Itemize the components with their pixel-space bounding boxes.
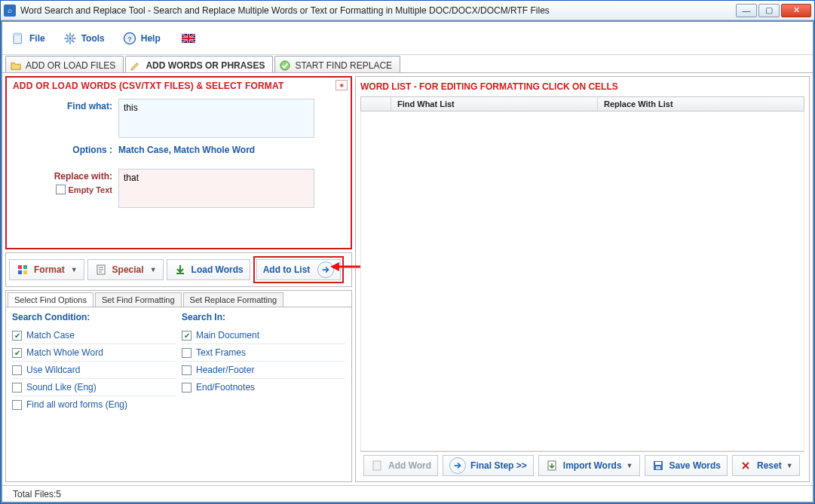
special-label: Special (112, 264, 144, 275)
sound-like-checkbox[interactable] (12, 383, 22, 393)
load-words-button[interactable]: Load Words (167, 259, 250, 280)
add-load-title: ADD OR LOAD WORDS (CSV/TXT FILES) & SELE… (13, 81, 345, 91)
file-label: File (29, 33, 45, 44)
add-to-list-button[interactable]: Add to List (256, 259, 342, 280)
tab-add-words[interactable]: ADD WORDS OR PHRASES (125, 56, 273, 72)
empty-text-checkbox[interactable] (56, 185, 66, 194)
svg-rect-30 (373, 461, 381, 470)
tab-set-find-formatting[interactable]: Set Find Formatting (95, 292, 182, 307)
close-button[interactable]: ✕ (781, 4, 811, 17)
svg-line-10 (66, 41, 67, 42)
edit-icon (130, 60, 141, 71)
word-list-body[interactable] (360, 111, 804, 451)
options-panel: Select Find Options Set Find Formatting … (5, 290, 352, 482)
tab-add-files-label: ADD OR LOAD FILES (26, 60, 115, 71)
reset-button[interactable]: Reset ▼ (732, 455, 800, 476)
help-menu[interactable]: ? Help (120, 30, 164, 47)
palette-icon (16, 263, 29, 276)
svg-line-8 (66, 34, 67, 35)
import-words-button[interactable]: Import Words ▼ (538, 455, 640, 476)
app-icon: ⌕ (4, 5, 16, 17)
svg-rect-23 (23, 270, 27, 274)
tools-menu[interactable]: Tools (60, 30, 108, 47)
svg-rect-18 (182, 37, 195, 38)
text-frames-checkbox[interactable] (182, 348, 191, 358)
gear-icon (63, 32, 77, 45)
help-icon: ? (123, 32, 136, 45)
check-icon (280, 60, 290, 71)
svg-rect-33 (655, 462, 661, 465)
format-label: Format (34, 264, 65, 275)
svg-point-19 (280, 60, 290, 69)
svg-line-11 (72, 34, 74, 35)
options-value: Match Case, Match Whole Word (118, 142, 255, 155)
header-footer-label: Header/Footer (196, 365, 254, 375)
options-label: Options : (13, 142, 118, 155)
wildcard-checkbox[interactable] (12, 365, 22, 375)
tab-select-find-options[interactable]: Select Find Options (8, 292, 93, 307)
left-pane: ADD OR LOAD WORDS (CSV/TXT FILES) & SELE… (5, 76, 352, 482)
add-load-panel: ADD OR LOAD WORDS (CSV/TXT FILES) & SELE… (5, 76, 352, 249)
find-what-input[interactable] (118, 99, 314, 138)
tools-label: Tools (81, 33, 105, 44)
svg-line-9 (72, 41, 74, 42)
sound-like-label: Sound Like (Eng) (26, 382, 97, 393)
match-whole-checkbox[interactable]: ✔ (12, 348, 22, 358)
svg-rect-34 (656, 466, 660, 469)
save-words-button[interactable]: Save Words (645, 455, 728, 476)
content-frame: File Tools ? Help (1, 20, 814, 503)
status-text: Total Files:5 (13, 489, 61, 499)
text-frames-label: Text Frames (196, 347, 246, 358)
header-footer-checkbox[interactable] (182, 365, 191, 375)
save-words-label: Save Words (669, 460, 721, 471)
word-list-title: WORD LIST - FOR EDITING FORMATTING CLICK… (360, 80, 804, 96)
final-step-label: Final Step >> (470, 460, 527, 471)
main-doc-label: Main Document (196, 330, 259, 341)
add-word-button[interactable]: Add Word (363, 455, 438, 476)
match-case-label: Match Case (26, 330, 75, 341)
svg-rect-28 (176, 273, 184, 274)
wildcard-label: Use Wildcard (26, 365, 80, 375)
format-button[interactable]: Format ▼ (9, 259, 84, 280)
add-to-list-label: Add to List (263, 264, 311, 275)
special-button[interactable]: Special ▼ (87, 259, 164, 280)
main-tabs: ADD OR LOAD FILES ADD WORDS OR PHRASES S… (2, 55, 813, 73)
menubar: File Tools ? Help (2, 22, 813, 55)
find-what-label: Find what: (13, 99, 118, 138)
file-menu[interactable]: File (8, 30, 48, 47)
final-step-button[interactable]: Final Step >> (443, 455, 534, 476)
right-bottom-toolbar: Add Word Final Step >> Import Words ▼ (360, 451, 804, 478)
replace-with-input[interactable] (118, 169, 314, 208)
import-icon (545, 459, 559, 472)
match-case-checkbox[interactable]: ✔ (12, 331, 22, 341)
minimize-button[interactable]: — (736, 4, 757, 17)
svg-text:?: ? (127, 35, 132, 42)
options-tabs: Select Find Options Set Find Formatting … (6, 291, 351, 307)
main-doc-checkbox[interactable]: ✔ (182, 331, 191, 341)
maximize-button[interactable]: ▢ (758, 4, 780, 17)
all-forms-checkbox[interactable] (12, 400, 22, 410)
tab-add-files[interactable]: ADD OR LOAD FILES (5, 56, 124, 72)
language-button[interactable] (179, 30, 198, 47)
col-replace-with[interactable]: Replace With List (598, 97, 804, 111)
arrow-right-icon (449, 457, 466, 474)
tab-start-replace[interactable]: START FIND REPLACE (274, 56, 400, 72)
titlebar: ⌕ Word Search and Replace Tool - Search … (1, 1, 814, 20)
add-word-label: Add Word (388, 460, 431, 471)
tab-set-replace-formatting[interactable]: Set Replace Formatting (183, 292, 284, 307)
download-icon (173, 263, 187, 276)
page-icon (370, 459, 384, 472)
load-words-label: Load Words (191, 264, 244, 275)
end-footnotes-checkbox[interactable] (182, 383, 191, 393)
window-title: Word Search and Replace Tool - Search an… (20, 5, 736, 16)
panel-close-button[interactable]: ✶ (335, 80, 348, 90)
main-area: ADD OR LOAD WORDS (CSV/TXT FILES) & SELE… (2, 73, 813, 485)
arrow-right-icon (317, 261, 334, 278)
import-words-label: Import Words (563, 460, 622, 471)
add-to-list-highlight: Add to List (253, 256, 345, 283)
svg-rect-22 (18, 270, 22, 274)
col-find-what[interactable]: Find What List (391, 97, 598, 111)
search-condition-heading: Search Condition: (12, 312, 176, 322)
reset-label: Reset (757, 460, 782, 471)
word-list-header: Find What List Replace With List (360, 96, 804, 111)
